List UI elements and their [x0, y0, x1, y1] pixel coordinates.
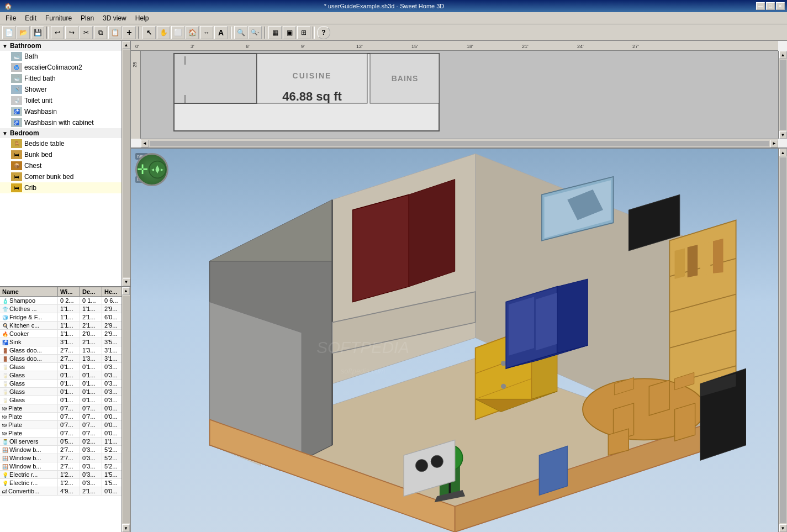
item-washbasin-cabinet[interactable]: 🚰 Washbasin with cabinet: [0, 117, 122, 128]
view-3d-button[interactable]: ▣: [283, 26, 296, 39]
table-row[interactable]: 🫙Oil servers0'5...0'2...1'1...: [0, 438, 122, 446]
table-row[interactable]: 🧊Fridge & F...1'1...2'1...6'0...: [0, 313, 122, 322]
create-walls-button[interactable]: ⬜: [171, 26, 184, 39]
plan-scroll-left[interactable]: ◄: [141, 140, 149, 148]
furniture-table[interactable]: Name Wi... De... He... 🧴Shampoo0 2...0 1…: [0, 287, 130, 533]
table-row[interactable]: 🍽Plate0'7...0'7...0'0...: [0, 421, 122, 429]
view-both-button[interactable]: ⊞: [297, 26, 310, 39]
washbasin-icon: 🚰: [11, 107, 22, 116]
table-row[interactable]: 🥛Glass0'1...0'1...0'3...: [0, 396, 122, 404]
table-row[interactable]: 🍳Kitchen c...1'1...2'1...2'9...: [0, 322, 122, 330]
item-escaliier[interactable]: 🌀 escalierColimacon2: [0, 62, 122, 73]
table-row[interactable]: 🧴Shampoo0 2...0 1...0 6...: [0, 297, 122, 305]
select-button[interactable]: ↖: [142, 26, 156, 39]
table-scroll-down[interactable]: ▼: [122, 524, 130, 532]
item-bath[interactable]: 🛁 Bath: [0, 51, 122, 62]
copy-button[interactable]: ⧉: [94, 26, 107, 39]
item-crib[interactable]: 🛏 Crib: [0, 182, 122, 193]
plan-scroll-right[interactable]: ►: [770, 140, 778, 148]
add-furniture-button[interactable]: +: [123, 26, 136, 39]
row-height: 0'0...: [102, 487, 122, 495]
table-row[interactable]: 🚪Glass doo...2'7...1'3...3'1...: [0, 346, 122, 355]
paste-button[interactable]: 📋: [108, 26, 122, 39]
table-row[interactable]: 💡Electric r...1'2...0'3...1'5...: [0, 471, 122, 479]
table-scroll-up[interactable]: ▲: [122, 287, 130, 295]
table-row[interactable]: 🪟Window b...2'7...0'3...5'2...: [0, 446, 122, 454]
close-button[interactable]: ✕: [776, 2, 785, 10]
table-row[interactable]: 🍽Plate0'7...0'7...0'0...: [0, 413, 122, 421]
item-corner-bunk[interactable]: 🛏 Corner bunk bed: [0, 171, 122, 182]
cut-button[interactable]: ✂: [80, 26, 93, 39]
plan-vscroll-thumb[interactable]: [780, 60, 786, 130]
item-bunk-bed[interactable]: 🛏 Bunk bed: [0, 149, 122, 160]
canvas-3d[interactable]: ▲ ▼ ◄ ► new ber: [131, 149, 787, 532]
undo-button[interactable]: ↩: [51, 26, 64, 39]
plan-scroll-up[interactable]: ▲: [779, 51, 787, 59]
item-bedside-table[interactable]: 🪑 Bedside table: [0, 138, 122, 149]
plan-view-button[interactable]: ▦: [268, 26, 282, 39]
table-row[interactable]: 🍽Plate0'7...0'7...0'0...: [0, 404, 122, 413]
row-width: 1'2...: [58, 471, 80, 478]
category-bathroom[interactable]: ▼ Bathroom: [0, 41, 122, 51]
plan-hscroll-thumb[interactable]: [150, 141, 769, 146]
window-controls[interactable]: — □ ✕: [756, 2, 785, 10]
table-row[interactable]: 🚪Glass doo...2'7...1'3...3'1...: [0, 355, 122, 363]
item-toilet[interactable]: 🚽 Toilet unit: [0, 95, 122, 106]
menu-plan[interactable]: Plan: [76, 13, 98, 23]
redo-button[interactable]: ↪: [65, 26, 78, 39]
open-button[interactable]: 📂: [17, 26, 30, 39]
table-scroll-thumb[interactable]: [123, 296, 130, 524]
zoom-in-button[interactable]: 🔍: [234, 26, 247, 39]
scroll-down-button[interactable]: ▼: [123, 278, 130, 286]
scroll-thumb[interactable]: [123, 50, 130, 277]
view3d-scroll-down[interactable]: ▼: [779, 524, 787, 532]
menu-file[interactable]: File: [1, 13, 20, 23]
table-row[interactable]: 🥛Glass0'1...0'1...0'3...: [0, 371, 122, 380]
table-row[interactable]: 🪟Window b...2'7...0'3...5'2...: [0, 462, 122, 471]
new-button[interactable]: 📄: [2, 26, 15, 39]
table-row[interactable]: 🚰Sink3'1...2'1...3'5...: [0, 338, 122, 346]
sidebar-scrollbar[interactable]: ▲ ▼: [122, 41, 130, 286]
item-chest[interactable]: 📦 Chest: [0, 160, 122, 171]
plan-vscroll[interactable]: ▲ ▼: [778, 51, 787, 139]
nav-widget[interactable]: ▲ ▼ ◄ ►: [135, 153, 168, 186]
menu-furniture[interactable]: Furniture: [41, 13, 76, 23]
zoom-out-button[interactable]: 🔍-: [249, 26, 262, 39]
category-bedroom[interactable]: ▼ Bedroom: [0, 128, 122, 138]
pan-button[interactable]: ✋: [157, 26, 170, 39]
scroll-up-button[interactable]: ▲: [123, 41, 130, 49]
create-dimensions-button[interactable]: ↔: [200, 26, 213, 39]
table-row[interactable]: 🥛Glass0'1...0'1...0'3...: [0, 380, 122, 388]
view3d-scroll-up[interactable]: ▲: [779, 149, 787, 156]
plan-scroll-down[interactable]: ▼: [779, 131, 787, 139]
floor-plan-area[interactable]: 0' 3' 6' 9' 12' 15' 18' 21' 24' 27' 25: [131, 41, 787, 149]
bath-icon: 🛁: [11, 52, 22, 61]
table-row[interactable]: 🥛Glass0'1...0'1...0'3...: [0, 363, 122, 371]
menu-help[interactable]: Help: [131, 13, 154, 23]
plan-canvas[interactable]: CUISINE 46.88 sq ft BAINS: [141, 51, 778, 139]
view3d-scroll-thumb[interactable]: [780, 157, 786, 523]
save-button[interactable]: 💾: [31, 26, 44, 39]
table-row[interactable]: 🔥Cooker1'1...2'0...2'9...: [0, 330, 122, 338]
menu-3dview[interactable]: 3D view: [98, 13, 131, 23]
table-row[interactable]: 🪟Window b...2'7...0'3...5'2...: [0, 454, 122, 462]
item-shower[interactable]: 🚿 Shower: [0, 84, 122, 95]
table-row[interactable]: 🛋Convertib...4'9...2'1...0'0...: [0, 487, 122, 496]
furniture-tree[interactable]: ▼ Bathroom 🛁 Bath 🌀 escalierColimacon2 🛁…: [0, 41, 130, 287]
table-scrollbar[interactable]: ▲ ▼: [122, 287, 130, 533]
item-fitted-bath[interactable]: 🛁 Fitted bath: [0, 73, 122, 84]
table-row[interactable]: 💡Electric r...1'2...0'3...1'5...: [0, 479, 122, 487]
help-button[interactable]: ?: [317, 26, 330, 39]
create-text-button[interactable]: A: [214, 26, 228, 39]
item-washbasin[interactable]: 🚰 Washbasin: [0, 106, 122, 117]
minimize-button[interactable]: —: [756, 2, 765, 10]
table-row[interactable]: 👕Clothes ...1'1...1'1...2'9...: [0, 305, 122, 313]
maximize-button[interactable]: □: [766, 2, 775, 10]
view-3d-area[interactable]: ▲ ▼ ◄ ► new ber: [131, 149, 787, 532]
table-row[interactable]: 🥛Glass0'1...0'1...0'3...: [0, 388, 122, 396]
view3d-vscroll[interactable]: ▲ ▼: [778, 149, 787, 532]
create-rooms-button[interactable]: 🏠: [186, 26, 199, 39]
table-row[interactable]: 🍽Plate0'7...0'7...0'0...: [0, 429, 122, 438]
menu-edit[interactable]: Edit: [20, 13, 41, 23]
plan-hscroll[interactable]: ◄ ►: [141, 139, 778, 148]
